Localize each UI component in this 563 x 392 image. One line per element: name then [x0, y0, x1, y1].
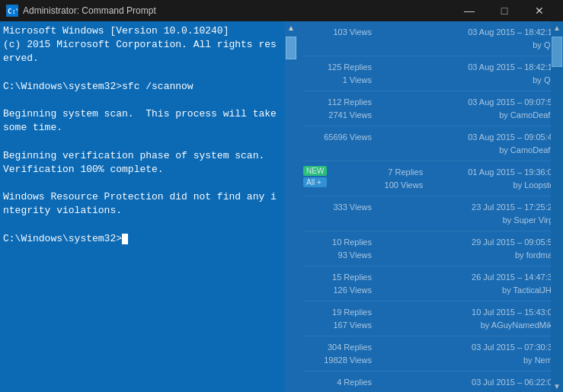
forum-stats-10: 4 Replies52 Views — [303, 376, 372, 392]
forum-row-10: 4 Replies52 Views 03 Jul 2015 – 06:22:05… — [303, 371, 557, 392]
forum-stats-2: 112 Replies2741 Views — [303, 96, 372, 121]
forum-date-8: 10 Jul 2015 – 15:43:07 — [450, 306, 557, 319]
forum-meta-4: 01 Aug 2015 – 19:36:03 by Loopster — [450, 166, 557, 191]
forum-date-5: 23 Jul 2015 – 17:25:26 — [450, 201, 557, 214]
main-container: Microsoft Windows [Version 10.0.10240] (… — [0, 21, 563, 392]
forum-meta-3: 03 Aug 2015 – 09:05:49 by CamoDeafie — [450, 131, 557, 156]
right-panel: 103 Views 03 Aug 2015 – 18:42:13 by Qui … — [297, 21, 563, 392]
cmd-line-verify2: Verification 100% complete. — [3, 163, 282, 177]
cmd-line-blank-2 — [3, 94, 282, 107]
forum-row-2: 112 Replies2741 Views 03 Aug 2015 – 09:0… — [303, 91, 557, 126]
forum-stats-6: 10 Replies93 Views — [303, 236, 372, 261]
forum-meta-1: 03 Aug 2015 – 18:42:13 by Qui — [450, 61, 557, 86]
forum-meta-9: 03 Jul 2015 – 07:30:38 by Nemo — [450, 341, 557, 366]
scrollbar-thumb[interactable] — [286, 37, 296, 59]
forum-stats-5: 333 Views — [303, 201, 372, 214]
minimize-button[interactable]: — — [452, 0, 487, 21]
forum-stats-4: 7 Replies100 Views — [354, 166, 423, 191]
forum-by-8: by AGuyNamedMike — [450, 319, 557, 332]
forum-row-1: 125 Replies1 Views 03 Aug 2015 – 18:42:1… — [303, 56, 557, 91]
cmd-line-blank-5 — [3, 218, 282, 232]
forum-by-6: by fordman — [450, 249, 557, 262]
forum-by-2: by CamoDeafie — [450, 109, 557, 122]
cmd-line-result: Windows Resource Protection did not find… — [3, 190, 282, 218]
forum-meta-5: 23 Jul 2015 – 17:25:26 by Super Virgil — [450, 201, 557, 226]
right-scrollbar[interactable]: ▲ ▼ — [551, 21, 563, 392]
forum-by-0: by Qui — [450, 39, 557, 52]
maximize-button[interactable]: □ — [487, 0, 522, 21]
cmd-line-verify1: Beginning verification phase of system s… — [3, 149, 282, 163]
forum-stats-0: 103 Views — [303, 26, 372, 39]
cursor — [122, 234, 128, 244]
cmd-line-blank-1 — [3, 66, 282, 80]
forum-row-8: 19 Replies167 Views 10 Jul 2015 – 15:43:… — [303, 301, 557, 336]
forum-tags-4: NEW All + — [303, 166, 327, 187]
forum-date-0: 03 Aug 2015 – 18:42:13 — [450, 26, 557, 39]
forum-row-6: 10 Replies93 Views 29 Jul 2015 – 09:05:5… — [303, 231, 557, 266]
cmd-line-prompt: C:\Windows\system32> — [3, 232, 282, 246]
cmd-panel: Microsoft Windows [Version 10.0.10240] (… — [0, 21, 297, 392]
title-bar: C:\ Administrator: Command Prompt — □ ✕ — [0, 0, 563, 21]
cmd-line-sfc: C:\Windows\system32>sfc /scannow — [3, 80, 282, 94]
forum-by-4: by Loopster — [450, 179, 557, 192]
title-bar-controls: — □ ✕ — [452, 0, 557, 21]
forum-by-3: by CamoDeafie — [450, 144, 557, 157]
title-bar-left: C:\ Administrator: Command Prompt — [6, 5, 156, 17]
cmd-scrollbar[interactable]: ▲ — [285, 21, 297, 392]
forum-meta-2: 03 Aug 2015 – 09:07:50 by CamoDeafie — [450, 96, 557, 121]
tag-all[interactable]: All + — [303, 177, 327, 187]
forum-date-10: 03 Jul 2015 – 06:22:05 — [450, 376, 557, 389]
cmd-line-1: Microsoft Windows [Version 10.0.10240] — [3, 24, 282, 38]
forum-date-9: 03 Jul 2015 – 07:30:38 — [450, 341, 557, 354]
scroll-up-arrow[interactable]: ▲ — [285, 21, 297, 33]
forum-by-10: by Nemo — [450, 389, 557, 393]
forum-by-1: by Qui — [450, 74, 557, 87]
right-scrollbar-thumb[interactable] — [552, 37, 562, 67]
cmd-line-2: (c) 2015 Microsoft Corporation. All righ… — [3, 38, 282, 65]
forum-by-9: by Nemo — [450, 354, 557, 367]
forum-date-7: 26 Jul 2015 – 14:47:32 — [450, 271, 557, 284]
forum-date-4: 01 Aug 2015 – 19:36:03 — [450, 166, 557, 179]
forum-meta-7: 26 Jul 2015 – 14:47:32 by TacticalJHP — [450, 271, 557, 296]
close-button[interactable]: ✕ — [522, 0, 557, 21]
cmd-output: Microsoft Windows [Version 10.0.10240] (… — [0, 21, 297, 392]
forum-row-9: 304 Replies19828 Views 03 Jul 2015 – 07:… — [303, 336, 557, 371]
window-title: Administrator: Command Prompt — [23, 5, 156, 16]
forum-stats-7: 15 Replies126 Views — [303, 271, 372, 296]
cmd-line-scan: Beginning system scan. This process will… — [3, 107, 282, 135]
forum-date-6: 29 Jul 2015 – 09:05:50 — [450, 236, 557, 249]
forum-stats-9: 304 Replies19828 Views — [303, 341, 372, 366]
forum-row-7: 15 Replies126 Views 26 Jul 2015 – 14:47:… — [303, 266, 557, 301]
right-scroll-up[interactable]: ▲ — [551, 21, 563, 33]
forum-date-1: 03 Aug 2015 – 18:42:13 — [450, 61, 557, 74]
forum-stats-3: 65696 Views — [303, 131, 372, 144]
forum-row-0: 103 Views 03 Aug 2015 – 18:42:13 by Qui — [303, 21, 557, 56]
tag-new: NEW — [303, 166, 327, 176]
right-scroll-down[interactable]: ▼ — [551, 380, 563, 392]
svg-text:C:\: C:\ — [8, 8, 18, 15]
forum-date-3: 03 Aug 2015 – 09:05:49 — [450, 131, 557, 144]
cmd-line-blank-4 — [3, 177, 282, 190]
forum-stats-1: 125 Replies1 Views — [303, 61, 372, 86]
forum-by-7: by TacticalJHP — [450, 284, 557, 297]
forum-row-4: NEW All + 7 Replies100 Views 01 Aug 2015… — [303, 161, 557, 196]
forum-meta-0: 03 Aug 2015 – 18:42:13 by Qui — [450, 26, 557, 51]
forum-by-5: by Super Virgil — [450, 214, 557, 227]
forum-meta-8: 10 Jul 2015 – 15:43:07 by AGuyNamedMike — [450, 306, 557, 331]
cmd-icon: C:\ — [6, 5, 18, 17]
cmd-line-blank-3 — [3, 135, 282, 149]
forum-row-5: 333 Views 23 Jul 2015 – 17:25:26 by Supe… — [303, 196, 557, 231]
forum-stats-8: 19 Replies167 Views — [303, 306, 372, 331]
forum-meta-10: 03 Jul 2015 – 06:22:05 by Nemo — [450, 376, 557, 392]
forum-date-2: 03 Aug 2015 – 09:07:50 — [450, 96, 557, 109]
forum-meta-6: 29 Jul 2015 – 09:05:50 by fordman — [450, 236, 557, 261]
forum-row-3: 65696 Views 03 Aug 2015 – 09:05:49 by Ca… — [303, 126, 557, 161]
